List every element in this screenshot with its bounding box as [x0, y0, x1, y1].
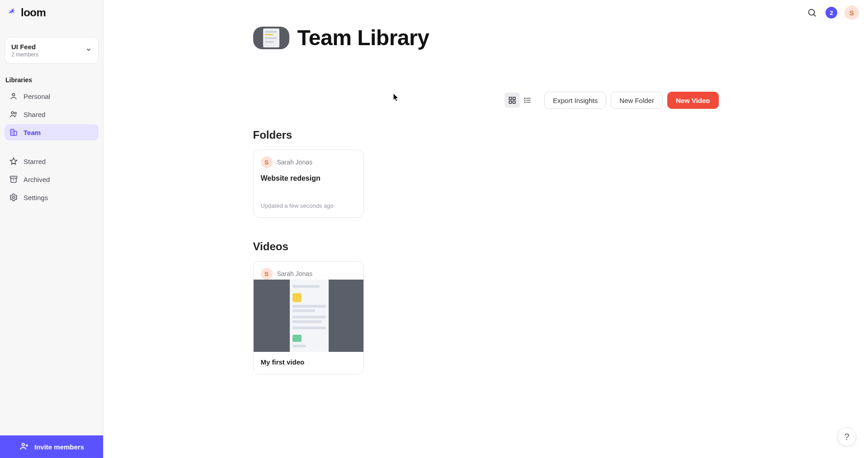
user-icon	[9, 92, 18, 101]
sidebar-item-label: Team	[24, 129, 41, 136]
page-title: Team Library	[297, 25, 429, 50]
star-icon	[9, 157, 18, 166]
folder-updated: Updated a few seconds ago	[254, 182, 363, 217]
svg-point-11	[13, 196, 15, 199]
page-header: Team Library	[253, 25, 719, 50]
sidebar-item-starred[interactable]: Starred	[5, 153, 99, 169]
help-label: ?	[844, 432, 849, 442]
toolbar: Export Insights New Folder New Video	[253, 92, 719, 109]
folders-section-title: Folders	[253, 129, 719, 141]
svg-point-12	[22, 443, 24, 446]
video-thumbnail	[254, 280, 363, 352]
svg-point-0	[12, 93, 14, 96]
sidebar-item-label: Archived	[24, 176, 50, 183]
svg-rect-18	[513, 97, 515, 99]
svg-point-1	[11, 112, 14, 114]
svg-rect-20	[513, 101, 515, 103]
list-view-button[interactable]	[520, 93, 535, 108]
svg-line-16	[814, 14, 816, 17]
building-icon	[9, 128, 18, 137]
sidebar-item-label: Starred	[24, 158, 46, 165]
invite-label: Invite members	[34, 443, 84, 451]
view-toggle	[504, 92, 536, 109]
sidebar-item-label: Personal	[24, 93, 50, 100]
sidebar-item-label: Settings	[24, 194, 48, 201]
user-avatar[interactable]: S	[844, 5, 859, 20]
users-icon	[9, 110, 18, 119]
video-owner-name: Sarah Jonas	[277, 270, 313, 277]
svg-point-2	[14, 112, 16, 114]
video-title: My first video	[254, 352, 363, 374]
svg-rect-4	[14, 131, 17, 136]
svg-rect-19	[509, 101, 511, 103]
videos-section-title: Videos	[253, 240, 719, 253]
svg-point-24	[524, 98, 525, 99]
help-button[interactable]: ?	[837, 427, 856, 446]
svg-marker-8	[10, 158, 17, 165]
folder-owner-avatar: S	[261, 156, 273, 168]
gear-icon	[9, 193, 18, 202]
svg-rect-9	[10, 176, 17, 178]
video-owner-avatar: S	[261, 268, 273, 280]
archive-icon	[9, 175, 18, 184]
video-card[interactable]: S Sarah Jonas My first video	[253, 261, 364, 374]
svg-point-25	[524, 100, 525, 101]
folder-title: Website redesign	[254, 168, 363, 182]
main: 2 S Team Library Export Insigh	[104, 0, 868, 458]
sidebar: loom UI Feed 2 members Libraries Persona…	[0, 0, 104, 458]
folder-card[interactable]: S Sarah Jonas Website redesign Updated a…	[253, 150, 364, 218]
svg-point-15	[809, 9, 815, 15]
invite-members-button[interactable]: Invite members	[0, 435, 103, 458]
chevron-down-icon	[85, 47, 92, 55]
sidebar-section-label: Libraries	[0, 64, 103, 87]
notifications-badge[interactable]: 2	[826, 7, 837, 19]
workspace-switcher[interactable]: UI Feed 2 members	[5, 37, 99, 64]
logo[interactable]: loom	[0, 0, 103, 23]
workspace-name: UI Feed	[11, 43, 38, 51]
new-video-button[interactable]: New Video	[667, 92, 719, 109]
topbar: 2 S	[806, 5, 859, 20]
team-library-thumbnail	[253, 27, 289, 49]
workspace-members: 2 members	[11, 51, 38, 58]
export-insights-button[interactable]: Export Insights	[544, 92, 606, 109]
sidebar-item-personal[interactable]: Personal	[5, 88, 99, 104]
sidebar-item-archived[interactable]: Archived	[5, 171, 99, 187]
invite-icon	[19, 441, 29, 453]
grid-view-button[interactable]	[505, 93, 520, 108]
svg-rect-17	[509, 97, 511, 99]
sidebar-item-shared[interactable]: Shared	[5, 106, 99, 122]
svg-point-26	[524, 102, 525, 103]
sidebar-item-label: Shared	[24, 111, 45, 118]
loom-logo-icon	[5, 6, 18, 19]
sidebar-item-team[interactable]: Team	[5, 124, 99, 140]
brand-name: loom	[21, 6, 46, 19]
new-folder-button[interactable]: New Folder	[611, 92, 663, 109]
folder-owner-name: Sarah Jonas	[277, 159, 313, 166]
sidebar-item-settings[interactable]: Settings	[5, 189, 99, 206]
search-button[interactable]	[806, 6, 818, 19]
